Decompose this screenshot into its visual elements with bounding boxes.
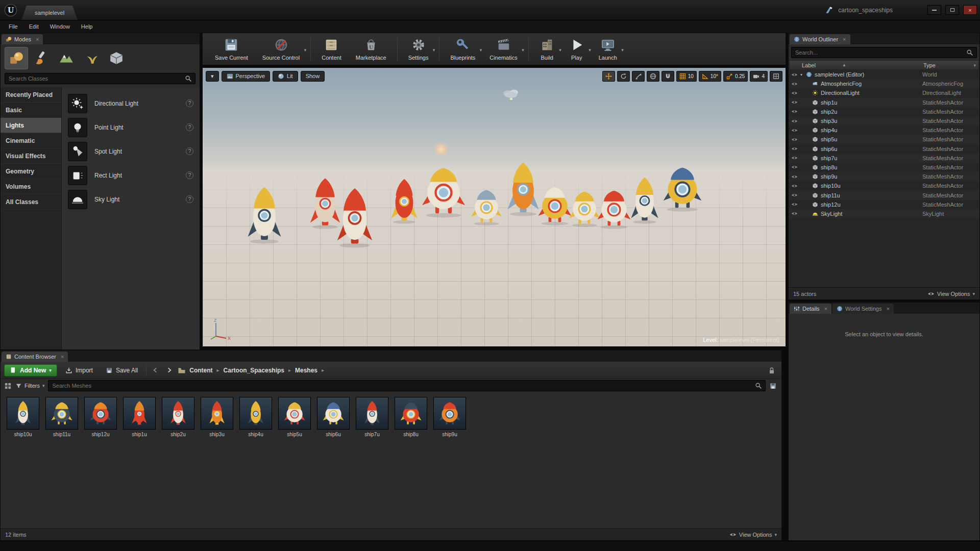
outliner-row-ship12u[interactable]: ship12uStaticMeshActor [789,200,979,209]
add-new-button[interactable]: Add New ▾ [4,364,57,377]
asset-ship3u[interactable]: ship3u [200,397,234,437]
outliner-row-ship10u[interactable]: ship10uStaticMeshActor [789,181,979,190]
tab-modes[interactable]: Modes × [2,34,43,44]
paint-mode-icon[interactable] [30,47,53,69]
menu-help[interactable]: Help [76,21,99,32]
search-classes-input[interactable] [5,76,185,82]
visibility-eye-icon[interactable] [791,99,798,106]
save-search-icon[interactable] [769,382,777,390]
settings-button[interactable]: Settings▾ [401,34,436,64]
filters-button[interactable]: Filters ▾ [15,383,44,389]
asset-ship11u[interactable]: ship11u [45,397,79,437]
asset-ship9u[interactable]: ship9u [433,397,467,437]
category-all-classes[interactable]: All Classes [1,194,61,210]
breadcrumb-meshes[interactable]: Meshes [295,367,317,374]
caret-down-icon[interactable]: ▾ [589,47,591,53]
close-icon[interactable]: × [843,37,846,42]
outliner-row-ship8u[interactable]: ship8uStaticMeshActor [789,163,979,172]
spaceship-gizmo[interactable] [630,176,660,224]
category-basic[interactable]: Basic [1,103,61,118]
asset-ship1u[interactable]: ship1u [122,397,156,437]
cinematics-button[interactable]: Cinematics▾ [482,34,524,64]
menu-window[interactable]: Window [44,21,76,32]
camera-speed-control[interactable]: 4 [750,71,768,82]
outliner-row-directionallight[interactable]: DirectionalLightDirectionalLight [789,88,979,97]
visibility-eye-icon[interactable] [791,136,798,143]
caret-down-icon[interactable]: ▾ [480,47,482,53]
viewport-options-dropdown[interactable]: ▾ [206,71,219,82]
asset-ship6u[interactable]: ship6u [316,397,350,437]
asset-ship10u[interactable]: ship10u [6,397,40,437]
category-cinematic[interactable]: Cinematic [1,133,61,148]
outliner-row-atmosphericfog[interactable]: AtmosphericFogAtmosphericFog [789,79,979,88]
blueprints-button[interactable]: Blueprints▾ [443,34,482,64]
level-document-tab[interactable]: samplelevel [21,6,78,20]
outliner-view-options[interactable]: View Options ▾ [927,290,975,297]
foliage-mode-icon[interactable] [80,47,103,69]
tab-world-outliner[interactable]: World Outliner × [790,34,850,44]
outliner-row-samplelevel-editor[interactable]: ▾samplelevel (Editor)World [789,70,979,79]
rotation-snap-toggle[interactable]: 10° [699,71,721,82]
caret-down-icon[interactable]: ▾ [559,47,561,53]
save-current-button[interactable]: Save Current [208,34,255,64]
outliner-row-ship11u[interactable]: ship11uStaticMeshActor [789,190,979,199]
outliner-row-ship9u[interactable]: ship9uStaticMeshActor [789,172,979,181]
visibility-eye-icon[interactable] [791,118,798,124]
play-button[interactable]: Play▾ [562,34,592,64]
spaceship-gizmo[interactable] [596,188,632,229]
marketplace-button[interactable]: UMarketplace [349,34,394,64]
move-tool[interactable] [602,71,615,82]
category-geometry[interactable]: Geometry [1,164,61,179]
category-lights[interactable]: Lights [1,118,61,133]
save-all-button[interactable]: Save All [101,364,142,377]
show-button[interactable]: Show [301,71,325,82]
spaceship-gizmo[interactable] [470,188,503,226]
placeable-sky-light[interactable]: Sky Light? [62,187,200,211]
search-meshes-input[interactable] [48,383,755,389]
spaceship-gizmo[interactable] [506,160,541,216]
rotate-tool[interactable] [617,71,630,82]
source-control-button[interactable]: Source Control▾ [255,34,307,64]
asset-ship2u[interactable]: ship2u [161,397,195,437]
outliner-row-ship1u[interactable]: ship1uStaticMeshActor [789,98,979,107]
content-button[interactable]: Content [314,34,349,64]
spaceship-gizmo[interactable] [662,165,703,212]
visibility-eye-icon[interactable] [791,90,798,96]
spaceship-gizmo[interactable] [246,185,283,244]
tab-details[interactable]: Details× [790,304,831,314]
visibility-eye-icon[interactable] [791,173,798,180]
outliner-search-input[interactable] [792,49,966,56]
content-browser-view-options[interactable]: View Options ▾ [729,531,777,538]
back-arrow-button[interactable] [150,365,160,375]
placeable-spot-light[interactable]: Spot Light? [62,139,200,163]
import-button[interactable]: Import [61,364,97,377]
caret-down-icon[interactable]: ▾ [522,47,524,53]
visibility-eye-icon[interactable] [791,164,798,170]
outliner-row-skylight[interactable]: SkyLightSkyLight [789,209,979,218]
type-column-header[interactable]: Type [923,62,936,68]
asset-ship5u[interactable]: ship5u [278,397,311,437]
forward-arrow-button[interactable] [164,365,174,375]
caret-down-icon[interactable]: ▾ [433,47,435,53]
menu-edit[interactable]: Edit [23,21,44,32]
column-config-icon[interactable]: ▾ [973,63,976,68]
expander-icon[interactable]: ▾ [800,72,806,77]
breadcrumb-content[interactable]: Content [189,367,212,374]
world-coordinate-toggle[interactable] [647,71,659,82]
scale-tool[interactable] [632,71,645,82]
label-column-header[interactable]: Label [802,62,816,68]
visibility-eye-icon[interactable] [791,201,798,208]
grid-snap-toggle[interactable]: 10 [676,71,697,82]
breadcrumb-cartoon-spaceships[interactable]: Cartoon_Spaceships [224,367,284,374]
scale-snap-toggle[interactable]: 0.25 [723,71,748,82]
restore-button[interactable] [945,5,959,15]
tab-content-browser[interactable]: Content Browser × [2,352,68,362]
asset-ship7u[interactable]: ship7u [355,397,389,437]
placeable-point-light[interactable]: Point Light? [62,115,200,139]
asset-ship8u[interactable]: ship8u [394,397,428,437]
outliner-row-ship7u[interactable]: ship7uStaticMeshActor [789,154,979,163]
category-recently-placed[interactable]: Recently Placed [1,87,61,103]
visibility-eye-icon[interactable] [791,71,798,78]
visibility-eye-icon[interactable] [791,192,798,198]
surface-snap-toggle[interactable] [662,71,674,82]
